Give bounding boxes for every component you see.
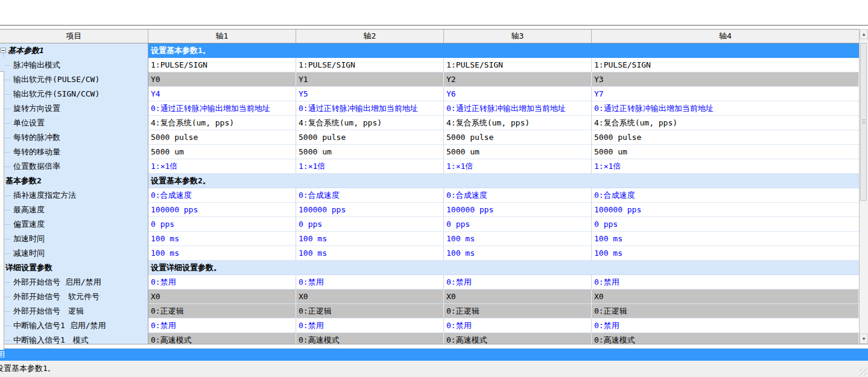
- row-label[interactable]: 基本参数1: [0, 43, 148, 58]
- row-label[interactable]: 最高速度: [0, 203, 148, 217]
- cell-axis2[interactable]: 0:禁用: [296, 275, 444, 290]
- cell-axis1[interactable]: 0:高速模式: [148, 333, 296, 344]
- cell-axis2[interactable]: 0:禁用: [296, 318, 444, 333]
- cell-axis3[interactable]: 100000 pps: [444, 203, 592, 217]
- cell-axis3[interactable]: 0:禁用: [444, 318, 592, 333]
- row-label[interactable]: 输出软元件(SIGN/CCW): [0, 87, 148, 101]
- cell-axis1[interactable]: 0:通过正转脉冲输出增加当前地址: [148, 101, 296, 116]
- cell-axis1[interactable]: 5000 um: [148, 145, 296, 159]
- cell-axis1[interactable]: 1:PULSE/SIGN: [148, 58, 296, 72]
- cell-axis4[interactable]: 0:合成速度: [592, 188, 859, 203]
- cell-axis3[interactable]: 0:禁用: [444, 275, 592, 290]
- row-label[interactable]: 中断输入信号1 启用/禁用: [0, 318, 148, 333]
- cell-axis2[interactable]: 100000 pps: [296, 203, 444, 217]
- cell-axis3[interactable]: Y2: [444, 72, 592, 87]
- cell-axis2[interactable]: 1:×1倍: [296, 159, 444, 174]
- section-header-cell[interactable]: 设置基本参数1。: [148, 43, 859, 58]
- cell-axis2[interactable]: 0:合成速度: [296, 188, 444, 203]
- cell-axis3[interactable]: 0 pps: [444, 217, 592, 232]
- cell-axis3[interactable]: 0:正逻辑: [444, 304, 592, 318]
- cell-axis4[interactable]: 100 ms: [592, 232, 859, 246]
- cell-axis2[interactable]: 5000 pulse: [296, 130, 444, 145]
- cell-axis4[interactable]: 0:禁用: [592, 275, 859, 290]
- row-label[interactable]: 脉冲输出模式: [0, 58, 148, 72]
- row-label[interactable]: 位置数据倍率: [0, 159, 148, 174]
- cell-axis2[interactable]: X0: [296, 290, 444, 304]
- cell-axis4[interactable]: 100000 pps: [592, 203, 859, 217]
- cell-axis3[interactable]: 0:通过正转脉冲输出增加当前地址: [444, 101, 592, 116]
- row-label[interactable]: 插补速度指定方法: [0, 188, 148, 203]
- cell-axis2[interactable]: 0:正逻辑: [296, 304, 444, 318]
- row-label[interactable]: 外部开始信号 逻辑: [0, 304, 148, 318]
- cell-axis4[interactable]: 0:禁用: [592, 318, 859, 333]
- cell-axis3[interactable]: Y6: [444, 87, 592, 101]
- scroll-down-button[interactable]: ▼: [860, 334, 868, 344]
- cell-axis3[interactable]: 100 ms: [444, 232, 592, 246]
- cell-axis3[interactable]: 5000 um: [444, 145, 592, 159]
- cell-axis4[interactable]: 5000 um: [592, 145, 859, 159]
- cell-axis4[interactable]: Y3: [592, 72, 859, 87]
- cell-axis4[interactable]: X0: [592, 290, 859, 304]
- cell-axis1[interactable]: Y4: [148, 87, 296, 101]
- row-label[interactable]: 中断输入信号1 模式: [0, 333, 148, 344]
- cell-axis1[interactable]: 100000 pps: [148, 203, 296, 217]
- selected-item-bar[interactable]: 用: [0, 349, 868, 361]
- cell-axis4[interactable]: 5000 pulse: [592, 130, 859, 145]
- cell-axis1[interactable]: 100 ms: [148, 246, 296, 261]
- cell-axis2[interactable]: 0:高速模式: [296, 333, 444, 344]
- cell-axis1[interactable]: 0:禁用: [148, 275, 296, 290]
- row-label[interactable]: 详细设置参数: [0, 261, 148, 275]
- scroll-thumb[interactable]: [860, 43, 867, 201]
- cell-axis3[interactable]: 1:×1倍: [444, 159, 592, 174]
- cell-axis3[interactable]: 4:复合系统(um, pps): [444, 116, 592, 130]
- row-label[interactable]: 输出软元件(PULSE/CW): [0, 72, 148, 87]
- cell-axis4[interactable]: 1:×1倍: [592, 159, 859, 174]
- scroll-up-button[interactable]: ▲: [860, 29, 868, 39]
- row-label[interactable]: 每转的脉冲数: [0, 130, 148, 145]
- cell-axis2[interactable]: 100 ms: [296, 246, 444, 261]
- cell-axis3[interactable]: X0: [444, 290, 592, 304]
- cell-axis2[interactable]: 100 ms: [296, 232, 444, 246]
- cell-axis1[interactable]: Y0: [148, 72, 296, 87]
- section-header-cell[interactable]: 设置详细设置参数。: [148, 261, 859, 275]
- row-label[interactable]: 外部开始信号 启用/禁用: [0, 275, 148, 290]
- row-label[interactable]: 单位设置: [0, 116, 148, 130]
- resize-grip-icon[interactable]: [860, 369, 867, 376]
- cell-axis2[interactable]: 0:通过正转脉冲输出增加当前地址: [296, 101, 444, 116]
- cell-axis1[interactable]: 0 pps: [148, 217, 296, 232]
- cell-axis4[interactable]: 0:正逻辑: [592, 304, 859, 318]
- cell-axis2[interactable]: 1:PULSE/SIGN: [296, 58, 444, 72]
- row-label[interactable]: 旋转方向设置: [0, 101, 148, 116]
- cell-axis3[interactable]: 1:PULSE/SIGN: [444, 58, 592, 72]
- cell-axis2[interactable]: 0 pps: [296, 217, 444, 232]
- cell-axis4[interactable]: 100 ms: [592, 246, 859, 261]
- cell-axis3[interactable]: 5000 pulse: [444, 130, 592, 145]
- row-label[interactable]: 减速时间: [0, 246, 148, 261]
- cell-axis1[interactable]: 5000 pulse: [148, 130, 296, 145]
- cell-axis4[interactable]: 0:高速模式: [592, 333, 859, 344]
- cell-axis2[interactable]: 5000 um: [296, 145, 444, 159]
- cell-axis2[interactable]: Y1: [296, 72, 444, 87]
- cell-axis1[interactable]: 1:×1倍: [148, 159, 296, 174]
- cell-axis1[interactable]: 0:禁用: [148, 318, 296, 333]
- row-label[interactable]: 基本参数2: [0, 174, 148, 188]
- cell-axis4[interactable]: 4:复合系统(um, pps): [592, 116, 859, 130]
- cell-axis1[interactable]: 0:合成速度: [148, 188, 296, 203]
- cell-axis1[interactable]: X0: [148, 290, 296, 304]
- row-label[interactable]: 偏置速度: [0, 217, 148, 232]
- row-label[interactable]: 外部开始信号 软元件号: [0, 290, 148, 304]
- cell-axis4[interactable]: 1:PULSE/SIGN: [592, 58, 859, 72]
- cell-axis4[interactable]: Y7: [592, 87, 859, 101]
- cell-axis1[interactable]: 4:复合系统(um, pps): [148, 116, 296, 130]
- cell-axis3[interactable]: 0:合成速度: [444, 188, 592, 203]
- cell-axis4[interactable]: 0:通过正转脉冲输出增加当前地址: [592, 101, 859, 116]
- cell-axis4[interactable]: 0 pps: [592, 217, 859, 232]
- row-label[interactable]: 加速时间: [0, 232, 148, 246]
- cell-axis3[interactable]: 100 ms: [444, 246, 592, 261]
- tree-collapse-icon[interactable]: [1, 48, 6, 53]
- cell-axis2[interactable]: 4:复合系统(um, pps): [296, 116, 444, 130]
- row-label[interactable]: 每转的移动量: [0, 145, 148, 159]
- cell-axis1[interactable]: 0:正逻辑: [148, 304, 296, 318]
- cell-axis3[interactable]: 0:高速模式: [444, 333, 592, 344]
- vertical-scrollbar[interactable]: ▲ ▼: [859, 29, 868, 344]
